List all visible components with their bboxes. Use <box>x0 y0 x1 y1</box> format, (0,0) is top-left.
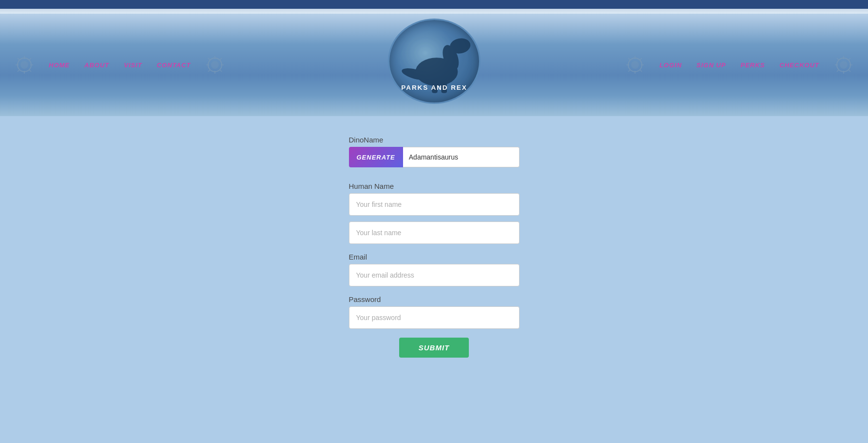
submit-button[interactable]: SUBMIT <box>399 338 469 358</box>
nav-perks[interactable]: PERKS <box>741 61 765 69</box>
dino-name-row: GENERATE <box>349 147 520 167</box>
svg-line-7 <box>29 70 31 72</box>
svg-line-17 <box>220 70 222 72</box>
nav-about[interactable]: ABOUT <box>84 61 109 69</box>
nav-bar: HOME ABOUT VISIT CONTACT <box>0 14 868 116</box>
nav-right: LOGIN SIGN UP PERKS CHECKOUT <box>625 55 853 75</box>
svg-line-34 <box>640 70 642 72</box>
svg-point-28 <box>631 61 639 69</box>
left-deco-icon-1 <box>15 55 34 75</box>
svg-line-43 <box>837 58 839 60</box>
main-content: DinoName GENERATE Human Name Email Passw… <box>0 116 868 387</box>
right-deco-icon-1 <box>625 55 645 75</box>
password-input[interactable] <box>349 306 520 329</box>
right-deco-icon-2 <box>834 55 853 75</box>
nav-visit[interactable]: VISIT <box>124 61 142 69</box>
dino-name-input[interactable] <box>403 147 520 167</box>
sub-strip <box>0 9 868 14</box>
svg-point-11 <box>211 61 219 69</box>
first-name-input[interactable] <box>349 193 520 216</box>
left-deco-icon-2 <box>205 55 225 75</box>
human-name-group: Human Name <box>349 182 520 244</box>
nav-home[interactable]: HOME <box>49 61 70 69</box>
sign-up-form: DinoName GENERATE Human Name Email Passw… <box>349 136 520 358</box>
svg-line-33 <box>628 58 630 60</box>
svg-line-8 <box>29 58 31 60</box>
svg-line-18 <box>220 58 222 60</box>
human-name-label: Human Name <box>349 182 520 190</box>
svg-point-1 <box>20 61 28 69</box>
svg-line-9 <box>18 70 19 72</box>
logo-dino-svg: PARKS AND REX <box>388 20 481 102</box>
dino-name-label: DinoName <box>349 136 520 144</box>
generate-button[interactable]: GENERATE <box>349 147 403 167</box>
email-input[interactable] <box>349 264 520 286</box>
svg-line-16 <box>208 58 210 60</box>
svg-line-46 <box>837 70 839 72</box>
nav-contact[interactable]: CONTACT <box>157 61 191 69</box>
logo-container: PARKS AND REX <box>388 19 481 104</box>
dino-name-group: DinoName GENERATE <box>349 136 520 167</box>
svg-point-38 <box>840 61 848 69</box>
svg-line-35 <box>640 58 642 60</box>
email-label: Email <box>349 253 520 261</box>
top-strip <box>0 0 868 9</box>
svg-line-44 <box>849 70 850 72</box>
nav-signup[interactable]: SIGN UP <box>696 61 726 69</box>
nav-left: HOME ABOUT VISIT CONTACT <box>15 55 225 75</box>
svg-text:PARKS AND REX: PARKS AND REX <box>401 84 467 91</box>
svg-line-36 <box>628 70 630 72</box>
last-name-input[interactable] <box>349 222 520 244</box>
header: HOME ABOUT VISIT CONTACT <box>0 14 868 116</box>
logo-oval: PARKS AND REX <box>388 19 481 104</box>
svg-line-6 <box>18 58 19 60</box>
password-label: Password <box>349 295 520 303</box>
password-group: Password <box>349 295 520 329</box>
svg-line-45 <box>849 58 850 60</box>
svg-line-19 <box>208 70 210 72</box>
email-group: Email <box>349 253 520 286</box>
nav-checkout[interactable]: CHECKOUT <box>779 61 819 69</box>
nav-login[interactable]: LOGIN <box>659 61 682 69</box>
